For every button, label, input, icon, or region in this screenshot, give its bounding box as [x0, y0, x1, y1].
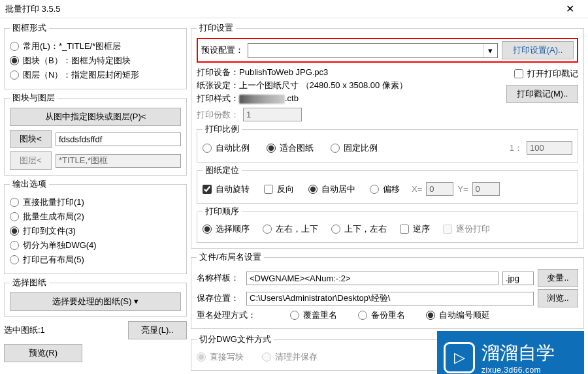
split-direct-label: 直接写块 — [210, 351, 244, 363]
ratio-auto-label: 自动比例 — [216, 142, 250, 154]
layer-pick-button: 图层< — [10, 151, 52, 170]
name-template-input[interactable] — [246, 272, 498, 285]
out-layout-label: 批量生成布局(2) — [23, 211, 84, 223]
frame-shape-group: 图框形式 常用(L)：*_TITLE/*图框层 图块（B）：图框为特定图块 图层… — [4, 22, 187, 89]
rename-label: 重名处理方式： — [197, 309, 256, 321]
split-dwg-legend: 切分DWG文件方式 — [197, 334, 274, 345]
order-each-checkbox — [443, 225, 452, 234]
y-input — [472, 182, 500, 196]
offset-label: 偏移 — [383, 183, 400, 195]
ratio-legend: 打印比例 — [203, 123, 242, 135]
selected-count-label: 选中图纸:1 — [4, 324, 124, 336]
rename-auto-radio[interactable] — [426, 311, 435, 320]
open-stamp-checkbox[interactable] — [514, 69, 523, 78]
reverse-checkbox[interactable] — [264, 185, 273, 194]
paper-setting-label: 纸张设定：上一个图纸尺寸 （2480.50 x 3508.00 像素） — [197, 80, 408, 91]
order-lr-radio[interactable] — [263, 225, 272, 234]
frame-common-radio[interactable] — [10, 42, 19, 51]
frame-shape-legend: 图框形式 — [10, 22, 49, 34]
watermark-title: 溜溜自学 — [482, 341, 555, 366]
ratio-fixed-label: 固定比例 — [344, 142, 378, 154]
open-stamp-label: 打开打印戳记 — [527, 68, 578, 80]
auto-rotate-label: 自动旋转 — [216, 183, 250, 195]
auto-center-radio[interactable] — [308, 185, 318, 194]
out-direct-radio[interactable] — [10, 198, 19, 207]
copies-label: 打印份数： — [197, 109, 239, 121]
play-icon: ▷ — [444, 342, 475, 373]
save-path-label: 保存位置： — [197, 292, 242, 304]
preview-button[interactable]: 预览(R) — [4, 344, 82, 362]
order-reverse-checkbox[interactable] — [400, 225, 409, 234]
name-template-label: 名称样板： — [197, 272, 242, 284]
orientation-group: 图纸定位 自动旋转 反向 自动居中 偏移 X= Y= — [197, 164, 578, 204]
browse-button[interactable]: 浏览.. — [538, 289, 578, 307]
split-clean-radio — [262, 352, 271, 362]
order-select-radio[interactable] — [203, 225, 212, 234]
split-direct-radio — [197, 352, 206, 362]
close-icon[interactable]: ✕ — [557, 3, 583, 15]
preset-label: 预设配置： — [201, 44, 244, 56]
copies-input — [243, 108, 302, 121]
order-legend: 打印顺序 — [203, 206, 242, 217]
rename-backup-radio[interactable] — [358, 311, 367, 320]
block-pick-button[interactable]: 图块< — [10, 130, 52, 148]
ratio-fixed-radio[interactable] — [331, 144, 340, 153]
frame-block-label: 图块（B）：图框为特定图块 — [23, 55, 131, 67]
orientation-legend: 图纸定位 — [203, 164, 242, 176]
pick-block-layer-button[interactable]: 从图中指定图块或图层(P)< — [10, 108, 181, 126]
out-file-label: 打印到文件(3) — [23, 225, 76, 237]
frame-layer-label: 图层（N）：指定图层封闭矩形 — [23, 69, 139, 81]
print-setup-button[interactable]: 打印设置(A).. — [502, 41, 574, 59]
stamp-button[interactable]: 打印戳记(M).. — [506, 85, 578, 103]
rename-auto-label: 自动编号顺延 — [439, 309, 490, 321]
order-select-label: 选择顺序 — [216, 223, 250, 235]
order-lr-label: 左右，上下 — [276, 223, 318, 235]
offset-radio[interactable] — [370, 185, 379, 194]
print-style-label: 打印样式：.ctb — [197, 93, 408, 104]
order-ud-label: 上下，左右 — [344, 223, 387, 235]
out-direct-label: 直接批量打印(1) — [23, 196, 84, 208]
layer-name-input — [56, 154, 181, 168]
ratio-num-input — [527, 141, 572, 155]
ext-input[interactable] — [502, 272, 534, 285]
x-label: X= — [412, 184, 422, 194]
output-group: 输出选项 直接批量打印(1) 批量生成布局(2) 打印到文件(3) 切分为单独D… — [4, 178, 187, 274]
select-sheets-group: 选择图纸 选择要处理的图纸(S) ▾ — [4, 277, 187, 317]
x-input — [426, 182, 453, 196]
auto-center-label: 自动居中 — [321, 183, 355, 195]
file-layout-group: 文件/布局名设置 名称样板： 变量.. 保存位置： 浏览.. 重名处理方式： 覆… — [191, 251, 584, 329]
ratio-group: 打印比例 自动比例 适合图纸 固定比例 1： — [197, 123, 578, 163]
chevron-down-icon[interactable]: ▾ — [483, 44, 497, 57]
preset-dropdown[interactable]: ▾ — [248, 43, 498, 58]
output-legend: 输出选项 — [10, 178, 49, 190]
print-settings-group: 打印设置 预设配置： ▾ 打印设置(A).. 打印设备：PublishToWeb… — [191, 22, 584, 249]
order-reverse-label: 逆序 — [413, 223, 430, 235]
ratio-auto-radio[interactable] — [203, 144, 212, 153]
watermark-overlay: ▷ 溜溜自学 zixue.3d66.com — [437, 331, 584, 374]
ratio-fit-label: 适合图纸 — [280, 142, 314, 154]
rename-overwrite-radio[interactable] — [290, 311, 299, 320]
out-split-radio[interactable] — [10, 241, 19, 250]
ratio-fit-radio[interactable] — [267, 144, 276, 153]
ratio-num-label: 1： — [510, 142, 523, 154]
out-existing-label: 打印已有布局(5) — [23, 254, 84, 266]
block-layer-group: 图块与图层 从图中指定图块或图层(P)< 图块< 图层< — [4, 92, 187, 176]
print-settings-legend: 打印设置 — [197, 22, 236, 34]
auto-rotate-checkbox[interactable] — [203, 185, 212, 194]
rename-backup-label: 备份重名 — [371, 309, 405, 321]
out-existing-radio[interactable] — [10, 255, 19, 264]
split-clean-label: 清理并保存 — [275, 351, 318, 363]
out-file-radio[interactable] — [10, 226, 19, 236]
select-sheets-button[interactable]: 选择要处理的图纸(S) ▾ — [10, 292, 181, 311]
out-layout-radio[interactable] — [10, 212, 19, 221]
watermark-url: zixue.3d66.com — [482, 366, 555, 374]
variable-button[interactable]: 变量.. — [538, 269, 578, 287]
frame-block-radio[interactable] — [10, 56, 19, 65]
frame-layer-radio[interactable] — [10, 70, 19, 80]
highlight-button[interactable]: 亮显(L).. — [128, 321, 187, 339]
save-path-input[interactable] — [246, 292, 534, 305]
y-label: Y= — [457, 184, 468, 194]
block-name-input[interactable] — [56, 132, 181, 146]
split-dwg-group: 切分DWG文件方式 直接写块 清理并保存 — [191, 334, 463, 371]
order-ud-radio[interactable] — [331, 225, 340, 234]
